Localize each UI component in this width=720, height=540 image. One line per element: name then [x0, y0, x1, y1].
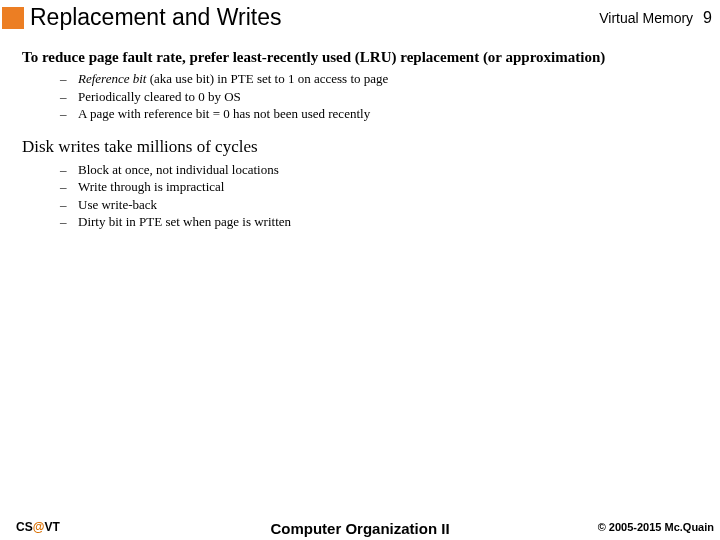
sublist-1: Reference bit (aka use bit) in PTE set t… [60, 70, 702, 123]
footer-left: CS@VT [16, 520, 60, 534]
footer-cs: CS [16, 520, 33, 534]
list-item: A page with reference bit = 0 has not be… [60, 105, 702, 123]
main-point-1: To reduce page fault rate, prefer least-… [22, 49, 702, 66]
list-item: Reference bit (aka use bit) in PTE set t… [60, 70, 702, 88]
list-item: Dirty bit in PTE set when page is writte… [60, 213, 702, 231]
list-item: Periodically cleared to 0 by OS [60, 88, 702, 106]
slide-footer: CS@VT Computer Organization II © 2005-20… [0, 520, 720, 534]
italic-term: Reference bit [78, 71, 146, 86]
course-name: Virtual Memory [599, 10, 693, 26]
page-number: 9 [703, 9, 712, 27]
footer-vt: VT [44, 520, 59, 534]
main-point-2: Disk writes take millions of cycles [22, 137, 702, 157]
footer-at: @ [33, 520, 45, 534]
footer-center: Computer Organization II [270, 520, 449, 537]
slide-body: To reduce page fault rate, prefer least-… [0, 35, 720, 231]
footer-right: © 2005-2015 Mc.Quain [598, 521, 714, 533]
list-item: Write through is impractical [60, 178, 702, 196]
slide-header: Replacement and Writes Virtual Memory 9 [0, 0, 720, 35]
list-text: (aka use bit) in PTE set to 1 on access … [146, 71, 388, 86]
list-item: Use write-back [60, 196, 702, 214]
accent-square [2, 7, 24, 29]
list-item: Block at once, not individual locations [60, 161, 702, 179]
slide-title: Replacement and Writes [30, 4, 281, 31]
sublist-2: Block at once, not individual locations … [60, 161, 702, 231]
